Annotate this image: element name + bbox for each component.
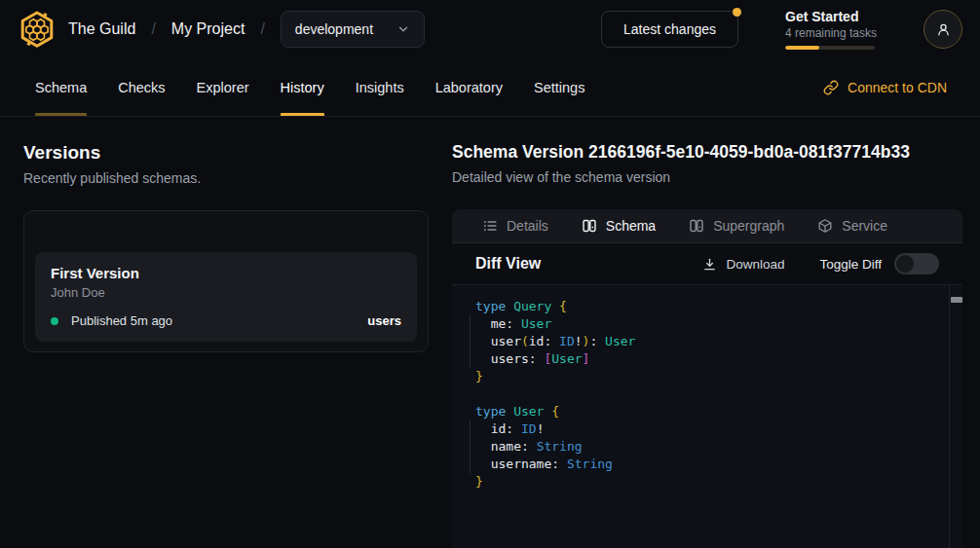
version-status: Published 5m ago [71, 313, 172, 328]
nav-tab-label: History [281, 80, 324, 95]
tab-service[interactable]: Service [817, 218, 887, 234]
nav-tab-settings[interactable]: Settings [534, 58, 584, 116]
tab-label: Service [842, 218, 887, 234]
list-icon [482, 218, 498, 234]
chevron-down-icon [396, 22, 410, 36]
get-started-tasks: 4 remaining tasks [785, 26, 879, 40]
breadcrumb-separator: / [260, 20, 264, 38]
version-author: John Doe [51, 285, 401, 300]
latest-changes-button[interactable]: Latest changes [601, 11, 738, 48]
user-icon [935, 21, 952, 38]
tab-label: Supergraph [713, 218, 784, 234]
nav-tab-label: Insights [356, 80, 404, 95]
get-started-progress-track [785, 46, 875, 50]
target-selector-dropdown[interactable]: development [281, 11, 425, 48]
nav-tab-label: Explorer [197, 80, 249, 95]
toggle-diff-label: Toggle Diff [819, 257, 882, 272]
link-icon [823, 80, 839, 95]
main-content: Versions Recently published schemas. Fir… [0, 117, 980, 548]
nav-tab-label: Laboratory [435, 80, 503, 95]
nav-tab-label: Schema [35, 80, 87, 95]
versions-list-card: First Version John Doe Published 5m ago … [23, 210, 429, 352]
tab-details[interactable]: Details [482, 218, 548, 234]
breadcrumb-separator: / [151, 20, 155, 38]
schema-code: type Query { me: User user(id: ID!): Use… [452, 285, 962, 503]
progress-fill [785, 46, 819, 50]
breadcrumb: The Guild / My Project / [68, 20, 281, 38]
get-started-title: Get Started [785, 9, 879, 24]
schema-version-title: Schema Version 2166196f-5e10-4059-bd0a-0… [452, 142, 962, 163]
breadcrumb-project[interactable]: My Project [171, 20, 245, 38]
detail-tab-bar: Details Schema Supergraph Service [452, 209, 962, 243]
schema-version-subtitle: Detailed view of the schema version [452, 169, 962, 185]
version-name: First Version [51, 265, 401, 281]
nav-tab-label: Checks [118, 80, 165, 95]
get-started-widget[interactable]: Get Started 4 remaining tasks [785, 9, 879, 50]
nav-tab-history[interactable]: History [281, 58, 324, 116]
diff-actions: Download Toggle Diff [702, 253, 939, 274]
version-meta-row: Published 5m ago users [51, 313, 401, 328]
hive-logo-icon[interactable] [18, 10, 57, 49]
nav-tab-schema[interactable]: Schema [35, 58, 87, 116]
code-scrollbar-track[interactable] [949, 285, 962, 548]
download-icon [702, 257, 717, 272]
diff-view-title: Diff View [475, 255, 541, 273]
nav-tab-laboratory[interactable]: Laboratory [435, 58, 503, 116]
versions-subtitle: Recently published schemas. [23, 170, 429, 186]
app-window: The Guild / My Project / development Lat… [0, 0, 980, 548]
download-button[interactable]: Download [702, 257, 784, 272]
tab-underline [281, 113, 324, 116]
main-nav: Schema Checks Explorer History Insights … [0, 58, 980, 117]
target-selector-value: development [295, 21, 373, 37]
breadcrumb-org[interactable]: The Guild [68, 20, 135, 38]
version-list-item[interactable]: First Version John Doe Published 5m ago … [35, 252, 417, 342]
diff-view-header: Diff View Download Toggle Diff [452, 243, 962, 285]
versions-title: Versions [23, 142, 429, 164]
version-detail-panel: Details Schema Supergraph Service [452, 209, 962, 548]
toggle-diff-switch[interactable] [894, 253, 939, 274]
switch-knob [896, 255, 914, 273]
top-header: The Guild / My Project / development Lat… [0, 0, 980, 58]
columns-icon [582, 218, 597, 234]
service-badge: users [367, 313, 401, 328]
published-status-dot [51, 317, 58, 325]
nav-tab-insights[interactable]: Insights [356, 58, 404, 116]
code-scrollbar-thumb[interactable] [951, 297, 962, 303]
nav-tab-explorer[interactable]: Explorer [197, 58, 249, 116]
latest-changes-label: Latest changes [623, 21, 716, 37]
columns-icon [689, 218, 704, 234]
user-menu-button[interactable] [923, 10, 962, 49]
nav-tab-checks[interactable]: Checks [118, 58, 165, 116]
version-detail-column: Schema Version 2166196f-5e10-4059-bd0a-0… [452, 142, 962, 548]
tab-supergraph[interactable]: Supergraph [689, 218, 784, 234]
tab-schema[interactable]: Schema [582, 218, 656, 234]
tab-underline [35, 113, 87, 116]
connect-cdn-label: Connect to CDN [848, 80, 947, 95]
download-label: Download [726, 257, 784, 272]
tab-label: Details [507, 218, 548, 234]
versions-column: Versions Recently published schemas. Fir… [23, 142, 429, 548]
nav-tab-label: Settings [534, 80, 584, 95]
notification-dot [733, 8, 741, 17]
tab-label: Schema [606, 218, 656, 234]
schema-code-viewer: type Query { me: User user(id: ID!): Use… [452, 285, 962, 548]
cube-icon [817, 218, 833, 234]
connect-to-cdn-button[interactable]: Connect to CDN [823, 58, 947, 116]
